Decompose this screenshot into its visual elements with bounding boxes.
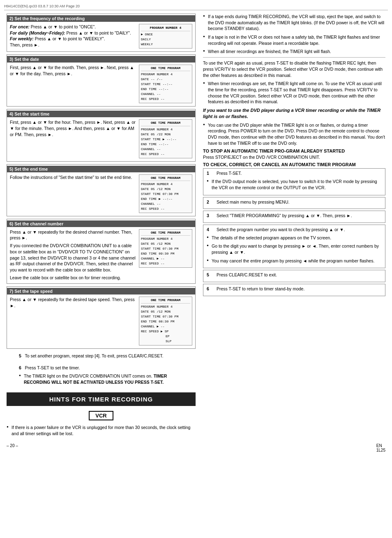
section-2-box: 2) Set the frequency of the recording Fo… bbox=[7, 14, 196, 52]
section-7-text: Press ▲ or ▼ repeatedly for the desired … bbox=[10, 297, 136, 308]
p7r1: PROGRAM NUMBER 4 bbox=[141, 304, 190, 309]
step-4-bullet-2: Go to the digit you want to change by pr… bbox=[207, 243, 382, 255]
right-bullet-3: When all timer recordings are finished, … bbox=[203, 49, 385, 55]
check-step-2-row: 2 Select main menu by pressing MENU. bbox=[207, 199, 382, 205]
prog-title-7: ONE TIME PROGRAM bbox=[141, 298, 190, 303]
section-6-content: Press ▲ or ▼ repeatedly for the desired … bbox=[10, 229, 192, 281]
prog-title-4: ONE TIME PROGRAM bbox=[141, 121, 190, 126]
p6r3: START TIME 07:30 PM bbox=[141, 246, 190, 251]
section-7-header: 7) Set the tape speed bbox=[7, 288, 195, 295]
p4r4: END TIME --:-- bbox=[141, 142, 190, 147]
prog-row-once: ► ONCE bbox=[141, 32, 190, 37]
two-column-layout: 2) Set the frequency of the recording Fo… bbox=[4, 14, 388, 439]
p6r2: DATE 05 /12 MON bbox=[141, 241, 190, 246]
right-bullet-5: You can use the DVD player while the TIM… bbox=[203, 122, 385, 146]
section-7-box: 7) Set the tape speed Press ▲ or ▼ repea… bbox=[7, 286, 196, 348]
section-3-content: First, press ▲ or ▼ for the month. Then,… bbox=[10, 65, 192, 103]
p4r6: REC SPEED -- bbox=[141, 152, 190, 157]
p3r3: START TIME --:-- bbox=[141, 82, 190, 87]
step-num-3: 3 bbox=[207, 213, 213, 219]
prog-box-3: ONE TIME PROGRAM PROGRAM NUMBER 4 DATE -… bbox=[139, 65, 192, 103]
step-text-3: Select "TIMER PROGRAMMING" by pressing ▲… bbox=[217, 213, 352, 219]
p3r5: CHANNEL -- bbox=[141, 92, 190, 97]
check-step-5: 5 Press CLEAR/C.RESET to exit. bbox=[203, 270, 385, 282]
vcr-label: VCR bbox=[95, 413, 106, 419]
step-6-bullet: The TIMER light on the DVD/VCR COMBINATI… bbox=[19, 373, 191, 385]
step-num-5: 5 bbox=[207, 272, 213, 278]
vcr-badge: VCR bbox=[89, 411, 113, 420]
check-step-6: 6 Press T-SET to return to timer stand-b… bbox=[203, 284, 385, 296]
p6r1: PROGRAM NUMBER 4 bbox=[141, 237, 190, 241]
prog-title-5: ONE TIME PROGRAM bbox=[141, 176, 190, 181]
header-text: H9414CD(EN).qx33 03.8.7 10:30 AM Page 20 bbox=[4, 4, 80, 8]
section-4-box: 4) Set the start time First, press ▲ or … bbox=[7, 109, 196, 161]
right-bullet-4: When timer recordings are set, the TIMER… bbox=[203, 81, 385, 105]
italic-heading: If you want to use the DVD player during… bbox=[203, 107, 385, 120]
p7r7: EP bbox=[141, 334, 190, 339]
check-step-5-row: 5 Press CLEAR/C.RESET to exit. bbox=[207, 272, 382, 278]
step-text-4: Select the program number you want to ch… bbox=[217, 227, 345, 233]
p6r6: REC SPEED -- bbox=[141, 261, 190, 266]
page-header: H9414CD(EN).qx33 03.8.7 10:30 AM Page 20 bbox=[4, 4, 388, 10]
section-5-box: 5) Set the end time Follow the instructi… bbox=[7, 164, 196, 216]
prog-box-5: ONE TIME PROGRAM PROGRAM NUMBER 4 DATE 0… bbox=[139, 174, 192, 213]
right-divider-1 bbox=[203, 57, 385, 58]
stop-heading: TO STOP AN AUTOMATIC TIMER PRO-GRAM ALRE… bbox=[203, 148, 385, 153]
p4r3: START TIME ▶ --:-- bbox=[141, 137, 190, 142]
p3r2: DATE -- /-- bbox=[141, 77, 190, 82]
prog-row-weekly: WEEKLY bbox=[141, 42, 190, 47]
hints-title: HINTS FOR TIMER RECORDING bbox=[49, 396, 153, 403]
check-step-1-row: 1 Press T-SET. bbox=[207, 170, 382, 176]
prog-row-daily: DAILY bbox=[141, 37, 190, 42]
prog-box-4: ONE TIME PROGRAM PROGRAM NUMBER 4 DATE 0… bbox=[139, 119, 192, 158]
p7r4: END TIME 08:30 PM bbox=[141, 319, 190, 324]
step-4-bullet-1: The details of the selected program appe… bbox=[207, 235, 382, 241]
section-2-header: 2) Set the frequency of the recording bbox=[7, 15, 195, 22]
step-6-num: 6 bbox=[19, 365, 21, 370]
p7r3: START TIME 07:30 PM bbox=[141, 314, 190, 319]
p5r6: REC SPEED -- bbox=[141, 206, 190, 211]
p5r4: END TIME ▶ --:-- bbox=[141, 197, 190, 202]
p7r8: SLP bbox=[141, 339, 190, 344]
p7r5: CHANNEL ▶ -- bbox=[141, 324, 190, 329]
p7r6: REC SPEED ▶ SP bbox=[141, 329, 190, 334]
step-text-2: Select main menu by pressing MENU. bbox=[217, 199, 289, 205]
p5r5: CHANNEL -- bbox=[141, 202, 190, 206]
section-7-content: Press ▲ or ▼ repeatedly for the desired … bbox=[10, 297, 192, 345]
section-4-header: 4) Set the start time bbox=[7, 111, 195, 117]
p3r1: PROGRAM NUMBER 4 bbox=[141, 72, 190, 77]
section-6-text: Press ▲ or ▼ repeatedly for the desired … bbox=[10, 229, 136, 281]
right-column: If a tape ends during TIMER RECORDING, t… bbox=[203, 14, 385, 439]
prog-box-7: ONE TIME PROGRAM PROGRAM NUMBER 4 DATE 0… bbox=[139, 297, 192, 345]
step-6-instruction: 6 Press T-SET to set the timer. The TIME… bbox=[7, 363, 196, 389]
check-step-4-row: 4 Select the program number you want to … bbox=[207, 227, 382, 233]
p7r2: DATE 05 /12 MON bbox=[141, 309, 190, 314]
p5r2: DATE 05 /12 MON bbox=[141, 187, 190, 192]
right-bullet-1: If a tape ends during TIMER RECORDING, t… bbox=[203, 14, 385, 32]
section-4-text: First, press ▲ or ▼ for the hour. Then, … bbox=[10, 119, 136, 137]
step-4-bullet-3: You may cancel the entire program by pre… bbox=[207, 258, 382, 264]
p5r3: START TIME 07:30 PM bbox=[141, 192, 190, 197]
section-3-header: 3) Set the date bbox=[7, 56, 195, 63]
p4r5: CHANNEL -- bbox=[141, 147, 190, 152]
step-text-1: Press T-SET. bbox=[217, 170, 242, 176]
section-2-text: For once: Press ▲ or ▼ to point to "ONCE… bbox=[10, 24, 136, 48]
prog-title-2: PROGRAM NUMBER 4 bbox=[141, 26, 190, 31]
page-code: EN1L25 bbox=[376, 443, 385, 452]
section-5-header: 5) Set the end time bbox=[7, 166, 195, 172]
p5r1: PROGRAM NUMBER 4 bbox=[141, 182, 190, 187]
vcr-container: VCR bbox=[7, 409, 196, 422]
section-5-text: Follow the instructions of "Set the star… bbox=[10, 174, 136, 181]
check-step-2: 2 Select main menu by pressing MENU. bbox=[203, 197, 385, 209]
section-2-content: For once: Press ▲ or ▼ to point to "ONCE… bbox=[10, 24, 192, 49]
step-1-bullet: If the DVD output mode is selected, you … bbox=[207, 179, 382, 190]
prog-box-2: PROGRAM NUMBER 4 ► ONCE DAILY WEEKLY bbox=[139, 24, 192, 49]
page-container: H9414CD(EN).qx33 03.8.7 10:30 AM Page 20… bbox=[0, 0, 392, 538]
t-set-instructions: To use the VCR again as usual, press T-S… bbox=[203, 60, 385, 78]
prog-title-3: ONE TIME PROGRAM bbox=[141, 66, 190, 71]
check-step-1: 1 Press T-SET. If the DVD output mode is… bbox=[203, 168, 385, 195]
section-3-box: 3) Set the date First, press ▲ or ▼ for … bbox=[7, 54, 196, 107]
p4r2: DATE 05 /22 MON bbox=[141, 132, 190, 137]
step-num-6: 6 bbox=[207, 286, 213, 292]
check-step-3: 3 Select "TIMER PROGRAMMING" by pressing… bbox=[203, 211, 385, 223]
